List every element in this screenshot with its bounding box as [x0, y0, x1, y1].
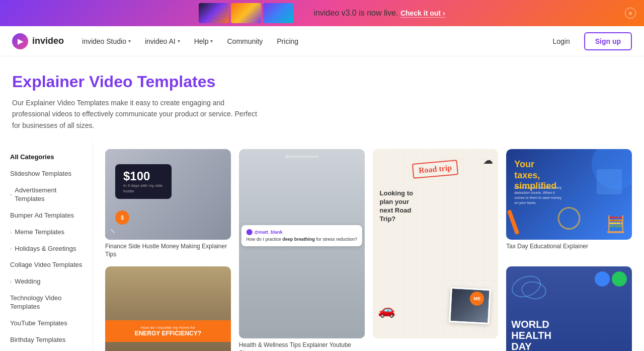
roadtrip-big-text: Looking toplan yournext RoadTrip?: [380, 189, 413, 224]
sidebar-item-slideshow[interactable]: Slideshow Templates: [0, 166, 93, 182]
card-thumb-roadtrip: Road trip Looking toplan yournext RoadTr…: [373, 149, 499, 338]
banner-text: invideo v3.0 is now live. Check it out ›: [313, 9, 445, 18]
sidebar-item-youtube[interactable]: YouTube Templates: [0, 315, 93, 332]
top-banner: invideo v3.0 is now live. Check it out ›…: [0, 0, 644, 26]
template-card-health[interactable]: @mychannelname @matt_blank How do I prac…: [239, 149, 365, 351]
roadtrip-photo-inner: [451, 289, 490, 323]
template-card-construction[interactable]: How do I insulate my home for ENERGY EFF…: [105, 266, 231, 351]
template-card-finance[interactable]: $100 in 3 days with my side hustle $ ⤡ F…: [105, 149, 231, 258]
worldhealth-circle-blue: [595, 271, 610, 287]
sidebar-item-all-categories[interactable]: All Categories: [0, 149, 93, 166]
hero-section: Explainer Video Templates Our Explainer …: [0, 56, 644, 141]
banner-message: invideo v3.0 is now live.: [313, 9, 398, 17]
tax-title-text: Your taxes, simplified: [514, 159, 556, 192]
nav-item-community[interactable]: Community: [221, 33, 269, 49]
template-card-worldhealth[interactable]: WORLD HEALTH DAY World Health Day Explai…: [506, 266, 632, 351]
title-colored: Templates: [137, 73, 215, 91]
tax-template-label: Tax Day Educational Explainer: [506, 243, 632, 251]
nav-item-pricing[interactable]: Pricing: [271, 33, 304, 49]
sidebar-item-meme[interactable]: › Meme Templates: [0, 224, 93, 241]
sidebar-item-technology[interactable]: Technology Video Templates: [0, 290, 93, 315]
finance-amount: $100: [123, 169, 164, 183]
calculator-icon: 🧮: [606, 215, 626, 234]
card-thumb-tax: Your taxes, simplified When it comes to …: [506, 149, 632, 240]
page-title: Explainer Video Templates: [12, 73, 632, 91]
signup-button[interactable]: Sign up: [584, 32, 632, 50]
sidebar: All Categories Slideshow Templates › Adv…: [0, 141, 93, 351]
cloud-sketch-icon: ☁: [483, 154, 493, 166]
health-comment-text: How do I practice deep breathing for str…: [246, 237, 357, 243]
chevron-down-icon: ▾: [210, 38, 213, 44]
main-content: $100 in 3 days with my side hustle $ ⤡ F…: [93, 141, 644, 351]
logo[interactable]: ▶ invideo: [12, 33, 64, 49]
roadtrip-polaroid: [449, 287, 491, 324]
nav-item-studio[interactable]: invideo Studio ▾: [76, 33, 137, 49]
banner-close-button[interactable]: ×: [625, 8, 636, 19]
tax-ring: [558, 207, 581, 230]
chevron-right-icon: ›: [10, 191, 12, 198]
finance-subtitle: in 3 days with my side hustle: [123, 183, 164, 194]
chevron-right-icon: ›: [10, 229, 12, 236]
worldhealth-circle-green: [612, 271, 627, 287]
banner-image-1: [199, 3, 229, 23]
sidebar-item-holidays[interactable]: › Holidays & Greetings: [0, 241, 93, 257]
template-card-roadtrip[interactable]: Road trip Looking toplan yournext RoadTr…: [373, 149, 499, 351]
worldhealth-circles: [595, 271, 627, 287]
card-thumb-worldhealth: WORLD HEALTH DAY: [506, 266, 632, 351]
finance-template-label: Finance Side Hustle Money Making Explain…: [105, 243, 231, 258]
roadtrip-sketch-bg: Road trip Looking toplan yournext RoadTr…: [373, 149, 499, 338]
chevron-down-icon: ▾: [128, 38, 131, 44]
construction-question: How do I insulate my home for: [111, 325, 225, 330]
car-sketch-icon: 🚗: [378, 302, 395, 318]
banner-image-3: [263, 3, 293, 23]
chevron-down-icon: ▾: [178, 38, 180, 44]
nav-right: Login Sign up: [544, 32, 632, 50]
chevron-right-icon: ›: [10, 278, 12, 285]
health-avatar: [246, 229, 252, 235]
content-area: All Categories Slideshow Templates › Adv…: [0, 141, 644, 351]
logo-icon: ▶: [12, 33, 28, 49]
sidebar-item-collage[interactable]: Collage Video Templates: [0, 257, 93, 273]
finance-amount-box: $100 in 3 days with my side hustle: [115, 164, 172, 199]
construction-banner: How do I insulate my home for ENERGY EFF…: [105, 320, 231, 342]
hero-description: Our Explainer Video Templates make it ea…: [12, 97, 264, 131]
health-channel-name: @mychannelname: [285, 154, 318, 159]
template-card-tax[interactable]: Your taxes, simplified When it comes to …: [506, 149, 632, 258]
health-comment-user: @matt_blank: [254, 230, 282, 235]
health-comment-box: @matt_blank How do I practice deep breat…: [241, 225, 362, 247]
chevron-right-icon: ›: [10, 245, 12, 252]
nav-item-ai[interactable]: invideo AI ▾: [139, 33, 186, 49]
sidebar-item-bumper-ad[interactable]: Bumper Ad Templates: [0, 207, 93, 224]
banner-image-2: [231, 3, 261, 23]
nav-item-help[interactable]: Help ▾: [188, 33, 219, 49]
card-thumb-health: @mychannelname @matt_blank How do I prac…: [239, 149, 365, 338]
banner-link[interactable]: Check it out ›: [400, 9, 445, 18]
construction-answer: ENERGY EFFICIENCY?: [111, 330, 225, 337]
sidebar-item-birthday[interactable]: Birthday Templates: [0, 332, 93, 348]
sidebar-item-wedding[interactable]: › Wedding: [0, 273, 93, 290]
worldhealth-title: WORLD HEALTH DAY: [511, 319, 551, 351]
template-grid: $100 in 3 days with my side hustle $ ⤡ F…: [105, 149, 632, 351]
banner-images: [199, 3, 293, 23]
logo-text: invideo: [32, 36, 64, 46]
resize-icon: ⤡: [110, 228, 115, 235]
finance-coin-icon: $: [115, 210, 129, 225]
navigation: ▶ invideo invideo Studio ▾ invideo AI ▾ …: [0, 26, 644, 56]
health-comment-header: @matt_blank: [246, 229, 357, 235]
card-thumb-construction: How do I insulate my home for ENERGY EFF…: [105, 266, 231, 351]
login-button[interactable]: Login: [544, 33, 578, 49]
title-plain: Explainer Video: [12, 73, 133, 91]
nav-links: invideo Studio ▾ invideo AI ▾ Help ▾ Com…: [76, 33, 544, 49]
sidebar-item-advertisement[interactable]: › Advertisement Templates: [0, 182, 93, 207]
tax-rect-decoration: [597, 169, 622, 194]
health-template-label: Health & Wellness Tips Explainer Youtube…: [239, 341, 365, 351]
sidebar-item-business[interactable]: Business Video Templates: [0, 348, 93, 351]
card-thumb-finance: $100 in 3 days with my side hustle $ ⤡: [105, 149, 231, 240]
